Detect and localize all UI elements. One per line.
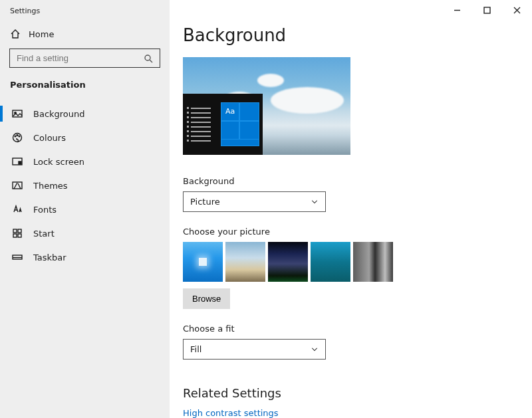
chevron-down-icon <box>311 198 319 206</box>
fonts-icon <box>12 204 23 215</box>
sidebar-item-label: Themes <box>33 181 68 191</box>
maximize-button[interactable] <box>472 0 502 20</box>
sidebar-item-label: Fonts <box>33 205 57 215</box>
home-button[interactable]: Home <box>0 19 170 46</box>
window-controls <box>442 0 532 20</box>
sidebar-item-fonts[interactable]: Fonts <box>0 197 170 221</box>
background-dropdown-value: Picture <box>190 197 220 207</box>
picture-icon <box>12 108 23 119</box>
search-icon <box>144 54 153 63</box>
minimize-icon <box>454 7 461 14</box>
start-icon <box>12 228 23 239</box>
picture-thumb[interactable] <box>353 242 393 282</box>
preview-tile-text: Aa <box>225 107 235 116</box>
sidebar-category: Personalisation <box>0 80 170 102</box>
close-button[interactable] <box>502 0 532 20</box>
search-input[interactable] <box>17 53 144 63</box>
sidebar-item-background[interactable]: Background <box>0 102 170 126</box>
maximize-icon <box>483 7 491 14</box>
sidebar-item-taskbar[interactable]: Taskbar <box>0 245 170 269</box>
fit-dropdown[interactable]: Fill <box>183 339 326 360</box>
background-label: Background <box>183 176 532 186</box>
chevron-down-icon <box>311 346 319 354</box>
themes-icon <box>12 180 23 191</box>
sidebar-nav: Background Colours Lock screen Themes Fo… <box>0 102 170 269</box>
home-icon <box>10 29 21 39</box>
palette-icon <box>12 132 23 143</box>
sidebar-item-label: Lock screen <box>33 157 84 167</box>
picture-thumb[interactable] <box>268 242 308 282</box>
sidebar-item-label: Start <box>33 229 55 239</box>
main-content: Background Aa Back <box>170 0 532 418</box>
sidebar-item-label: Background <box>33 109 85 119</box>
minimize-button[interactable] <box>442 0 472 20</box>
picture-thumb[interactable] <box>183 242 223 282</box>
page-title: Background <box>183 25 532 45</box>
picture-thumb[interactable] <box>225 242 265 282</box>
search-box[interactable] <box>9 49 160 68</box>
picture-thumb[interactable] <box>311 242 350 282</box>
background-dropdown[interactable]: Picture <box>183 191 326 212</box>
fit-dropdown-value: Fill <box>190 344 201 354</box>
home-label: Home <box>29 29 54 39</box>
app-title: Settings <box>0 0 170 19</box>
picture-thumbnails <box>183 242 532 282</box>
sidebar-item-label: Colours <box>33 133 66 143</box>
background-preview: Aa <box>183 57 350 155</box>
sidebar-item-colours[interactable]: Colours <box>0 126 170 150</box>
sidebar: Settings Home Personalisation Background… <box>0 0 170 418</box>
related-settings-title: Related Settings <box>183 386 532 400</box>
choose-picture-label: Choose your picture <box>183 227 532 237</box>
browse-button[interactable]: Browse <box>183 288 230 309</box>
sidebar-item-themes[interactable]: Themes <box>0 173 170 197</box>
choose-fit-label: Choose a fit <box>183 324 532 334</box>
sidebar-item-start[interactable]: Start <box>0 221 170 245</box>
high-contrast-link[interactable]: High contrast settings <box>183 408 532 418</box>
sidebar-item-label: Taskbar <box>33 253 66 262</box>
lockscreen-icon <box>12 156 23 167</box>
taskbar-icon <box>12 252 23 262</box>
sidebar-item-lockscreen[interactable]: Lock screen <box>0 150 170 173</box>
close-icon <box>513 7 521 14</box>
